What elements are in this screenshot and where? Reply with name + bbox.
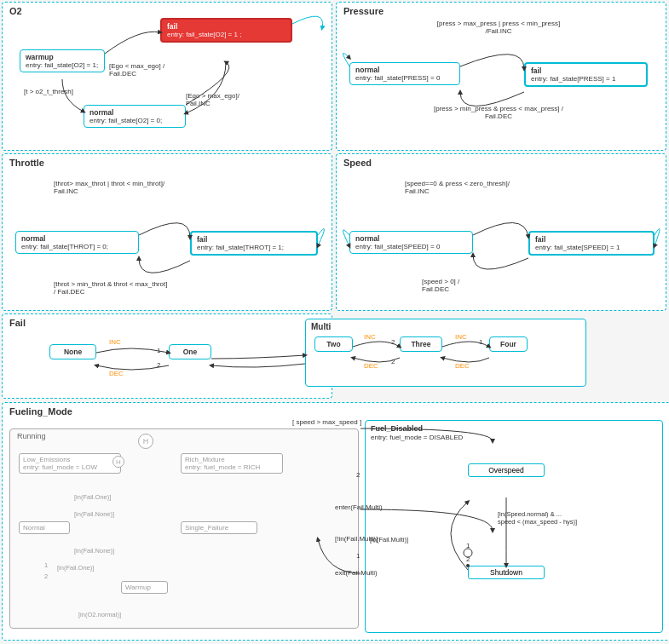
multi-num3: 1 [479, 338, 482, 346]
running-trans5: 2 [44, 572, 48, 580]
running-trans6: [in(Fail.One)] [57, 564, 94, 572]
panel-throttle: Throttle normal entry: fail_state[THROT]… [2, 153, 332, 311]
panel-fuel-disabled: Fuel_Disabled entry: fuel_mode = DISABLE… [365, 420, 663, 633]
fuel-disabled-trans1: [in(Speed.normal) & ...speed < (max_spee… [498, 510, 577, 526]
fail-one-label-num: 1 [157, 347, 160, 354]
pressure-fail-label: fail [531, 66, 641, 75]
multi-four-label: Four [495, 340, 522, 348]
o2-normal-label: normal [89, 108, 180, 117]
speed-normal-state: normal entry: fail_state[SPEED] = 0 [349, 231, 473, 254]
fail-none-label: None [55, 348, 90, 356]
rich-mixture-entry: entry: fuel_mode = RICH [185, 463, 279, 471]
throttle-normal-entry: entry: fail_state[THROT] = 0; [21, 243, 133, 250]
o2-trans-time: [t > o2_t_thresh] [24, 88, 73, 95]
fail-none-state: None [49, 344, 96, 359]
multi-arrows [306, 319, 585, 386]
o2-normal-state: normal entry: fail_state[O2] = 0; [84, 105, 186, 128]
multi-dec1: DEC [364, 362, 378, 370]
fueling-trans-exit: exit(Fail.Multi) [335, 569, 378, 577]
fuel-disabled-title: Fuel_Disabled [371, 424, 423, 433]
panel-pressure-title: Pressure [343, 6, 384, 16]
running-h-marker: H [138, 434, 153, 449]
panel-o2-title: O2 [9, 6, 22, 16]
fail-two-label-num: 2 [157, 361, 160, 369]
throttle-trans-fail: [throt> max_throt | throt < min_throt]/ … [54, 180, 164, 195]
running-single-failure: Single_Failure [181, 521, 257, 534]
running-trans7: [in(O2.normal)] [78, 611, 121, 618]
multi-inc1: INC [364, 333, 376, 341]
multi-two-label: Two [320, 340, 347, 348]
multi-num2: 2 [391, 358, 395, 365]
fd-num2: 2 [466, 555, 470, 563]
running-trans1: [in(Fail.One)] [74, 493, 111, 501]
multi-three-state: Three [400, 336, 442, 352]
panel-multi-title: Multi [311, 322, 331, 331]
running-rich-mixture: Rich_Mixture entry: fuel_mode = RICH [181, 453, 283, 474]
o2-fail-state: fail entry: fail_state[O2] = 1 ; [160, 18, 292, 43]
fueling-trans-fail-multi: 2 [356, 471, 360, 479]
main-container: O2 fail entry: fail_state[O2] = 1 ; warm… [0, 0, 669, 644]
panel-o2: O2 fail entry: fail_state[O2] = 1 ; warm… [2, 2, 332, 151]
low-emissions-entry: entry: fuel_mode = LOW [23, 463, 117, 471]
pressure-fail-state: fail entry: fail_state[PRESS] = 1 [524, 62, 648, 87]
panel-pressure: Pressure normal entry: fail_state[PRESS]… [336, 2, 666, 151]
speed-trans-fail: [speed==0 & press < zero_thresh]/ Fail.I… [405, 180, 510, 195]
pressure-trans-normal: [press > min_press & press < max_press] … [379, 105, 618, 120]
throttle-fail-label: fail [197, 235, 311, 244]
fueling-trans-speed: [ speed > max_speed ] [292, 418, 361, 426]
single-failure-label: Single_Failure [185, 524, 253, 532]
panel-speed: Speed normal entry: fail_state[SPEED] = … [336, 153, 666, 311]
panel-speed-title: Speed [343, 158, 372, 168]
running-trans4: 1 [44, 561, 48, 569]
speed-fail-label: fail [535, 235, 648, 244]
running-low-emissions: Low_Emissions entry: fuel_mode = LOW H [19, 453, 121, 474]
fuel-disabled-shutdown: Shutdown [468, 566, 545, 579]
speed-fail-state: fail entry: fail_state[SPEED] = 1 [528, 231, 655, 256]
fd-num1: 1 [466, 542, 470, 549]
fail-one-label: One [175, 348, 205, 356]
fail-dec-label: DEC [109, 370, 124, 377]
fail-one-state: One [169, 344, 211, 359]
running-warmup-label: Warmup [125, 584, 164, 591]
speed-fail-entry: entry: fail_state[SPEED] = 1 [535, 244, 648, 251]
speed-trans-normal: [speed > 0] / Fail.DEC [422, 278, 459, 293]
pressure-normal-label: normal [355, 66, 454, 74]
o2-trans-ego-gt: [Ego > max_ego]/ Fail.INC [186, 92, 239, 107]
shutdown-label: Shutdown [473, 568, 539, 577]
overspeed-label: Overspeed [473, 466, 539, 474]
o2-warmup-entry: entry: fail_state[O2] = 1; [26, 61, 99, 69]
running-trans3: [in(Fail.None)] [74, 547, 114, 555]
pressure-normal-state: normal entry: fail_state[PRESS] = 0 [349, 62, 460, 85]
running-normal: Normal [19, 521, 70, 534]
panel-multi: Multi Two Three Four INC DEC INC DEC 2 2… [305, 319, 586, 387]
panel-fail: Fail None One INC DEC 1 2 Multi Two Thre… [2, 313, 332, 399]
low-emissions-h: H [112, 456, 124, 468]
fuel-disabled-entry: entry: fuel_mode = DISABLED [371, 434, 463, 441]
panel-fueling: Fueling_Mode Running H Low_Emissions ent… [2, 402, 669, 641]
throttle-trans-normal: [throt > min_throt & throt < max_throt] … [54, 280, 167, 296]
fueling-trans-enter: enter(Fail.Multi) [335, 503, 383, 511]
panel-throttle-title: Throttle [9, 158, 44, 168]
fuel-disabled-arrows [366, 421, 662, 632]
speed-normal-label: normal [355, 234, 467, 243]
o2-warmup-label: warmup [26, 53, 99, 61]
throttle-normal-state: normal entry: fail_state[THROT] = 0; [15, 231, 139, 254]
throttle-fail-state: fail entry: fail_state[THROT] = 1; [190, 231, 318, 256]
fueling-trans-not-multi: [!in(Fail.Multi)] [335, 535, 378, 543]
o2-warmup-state: warmup entry: fail_state[O2] = 1; [20, 49, 105, 72]
running-warmup: Warmup [121, 581, 168, 594]
running-normal-label: Normal [23, 524, 66, 532]
running-trans2: [in(Fail.None)] [74, 510, 114, 518]
speed-normal-entry: entry: fail_state[SPEED] = 0 [355, 243, 467, 250]
multi-num1: 2 [391, 338, 395, 346]
pressure-trans-fail: [press > max_press | press < min_press] … [362, 20, 635, 35]
pressure-normal-entry: entry: fail_state[PRESS] = 0 [355, 74, 454, 82]
o2-trans-ego-lt: [Ego < max_ego] / Fail.DEC [109, 62, 164, 78]
rich-mixture-label: Rich_Mixture [185, 456, 279, 463]
o2-normal-entry: entry: fail_state[O2] = 0; [89, 117, 180, 124]
running-title: Running [17, 432, 46, 440]
multi-two-state: Two [314, 336, 353, 352]
o2-fail-label: fail [167, 22, 285, 31]
multi-dec2: DEC [455, 362, 470, 370]
multi-four-state: Four [489, 336, 528, 352]
